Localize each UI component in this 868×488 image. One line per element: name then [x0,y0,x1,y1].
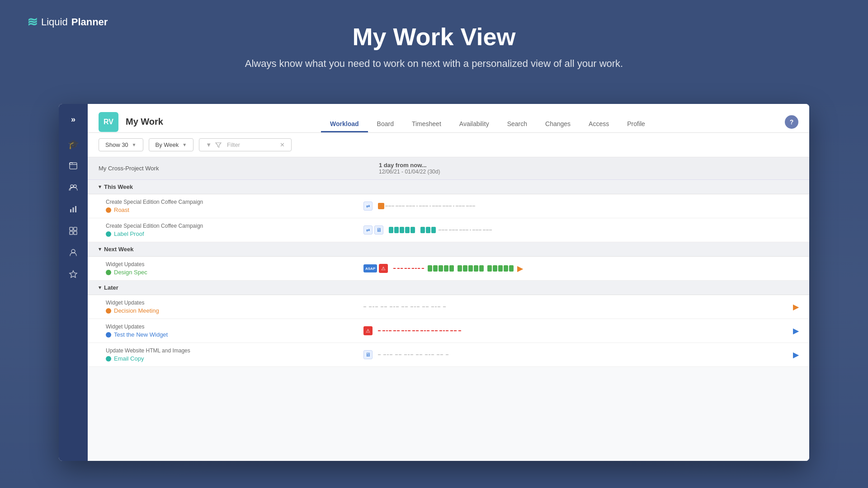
this-week-chevron-icon: ▾ [99,184,101,190]
filter-placeholder: Filter [227,141,240,148]
design-spec-gantt-area: ASAP ⚠ [359,264,798,273]
svg-point-2 [74,185,76,188]
svg-rect-6 [70,227,73,230]
sidebar-item-projects[interactable] [64,157,82,175]
nav-tabs: Workload Board Timesheet Availability Se… [321,117,654,132]
filter-icon: ▼ [206,141,212,148]
tab-board[interactable]: Board [368,117,403,132]
show-dropdown[interactable]: Show 30 ▼ [99,138,143,151]
sidebar-item-people[interactable] [64,178,82,197]
app-container: » 🎓 RV My Work Workload [59,104,809,461]
sidebar-item-reports[interactable] [64,200,82,218]
work-item-label-proof: Create Special Edition Coffee Campaign L… [88,218,809,242]
svg-rect-7 [74,227,77,230]
show-dropdown-arrow-icon: ▼ [132,142,137,147]
email-copy-gantt-icons: 🖥 [363,350,373,359]
svg-rect-9 [74,231,77,235]
next-week-label: Next Week [104,246,134,253]
decision-meeting-arrow-icon: ▶ [793,303,798,311]
email-copy-screen-icon[interactable]: 🖥 [363,350,373,359]
sidebar-item-dashboard[interactable] [64,222,82,240]
label-proof-gantt-area: ⇄ 🖥 [359,225,798,235]
work-item-email-copy-info: Update Website HTML and Images Email Cop… [106,347,359,362]
test-widget-arrow-icon: ▶ [793,327,798,335]
tab-access[interactable]: Access [580,117,618,132]
tab-timesheet[interactable]: Timesheet [403,117,450,132]
work-item-email-copy-project: Update Website HTML and Images [106,347,359,354]
next-week-chevron-icon: ▾ [99,246,101,252]
filter-input-container: ▼ Filter ✕ [199,138,292,151]
roast-gantt-icons: ⇄ [363,202,373,211]
dash6 [443,206,452,206]
work-item-decision-meeting-task[interactable]: Decision Meeting [106,307,359,314]
label-proof-swap-icon[interactable]: ⇄ [363,225,373,235]
sidebar-item-learn[interactable]: 🎓 [64,135,82,153]
work-item-label-proof-info: Create Special Edition Coffee Campaign L… [106,223,359,237]
work-item-decision-meeting-info: Widget Updates Decision Meeting [106,300,359,314]
dash1 [385,206,394,206]
label-proof-status-dot [106,231,111,237]
svg-point-1 [71,185,73,188]
sidebar-item-favorites[interactable] [64,265,82,283]
work-item-decision-meeting: Widget Updates Decision Meeting [88,295,809,319]
tab-availability[interactable]: Availability [450,117,498,132]
workload-area: My Cross-Project Work 1 day from now... … [88,157,809,461]
work-item-roast: Create Special Edition Coffee Campaign R… [88,194,809,218]
period-dropdown-arrow-icon: ▼ [182,142,187,147]
later-label: Later [104,284,118,291]
later-chevron-icon: ▾ [99,285,101,291]
test-widget-status-dot [106,332,111,338]
decision-meeting-status-dot [106,308,111,314]
date-range-label: 1 day from now... [379,162,798,169]
email-copy-gantt-area: 🖥 [359,350,798,359]
avatar: RV [99,112,118,132]
logo: ≋ LiquidPlanner [27,14,108,29]
design-spec-arrow-icon: ▶ [517,264,523,273]
decision-meeting-gantt-area: ▶ [359,303,798,311]
work-item-label-proof-project: Create Special Edition Coffee Campaign [106,223,359,229]
funnel-icon [215,142,222,148]
dash5 [432,206,441,206]
section-later[interactable]: ▾ Later [88,281,809,295]
this-week-label: This Week [104,183,133,190]
work-item-email-copy-task[interactable]: Email Copy [106,355,359,362]
top-bar: RV My Work Workload Board Timesheet Avai… [88,104,809,133]
filter-clear-icon[interactable]: ✕ [280,141,285,148]
section-next-week[interactable]: ▾ Next Week [88,242,809,257]
work-item-roast-task[interactable]: Roast [106,206,359,213]
section-this-week[interactable]: ▾ This Week [88,180,809,194]
roast-swap-icon[interactable]: ⇄ [363,202,373,211]
tab-search[interactable]: Search [498,117,536,132]
tab-changes[interactable]: Changes [536,117,580,132]
sidebar-collapse-button[interactable]: » [67,111,79,128]
logo-liquid: Liquid [41,16,68,28]
work-item-test-widget-task[interactable]: Test the New Widget [106,331,359,338]
period-dropdown[interactable]: By Week ▼ [149,138,194,151]
tab-workload[interactable]: Workload [321,117,368,132]
work-item-decision-meeting-project: Widget Updates [106,300,359,306]
design-spec-warning-icon: ⚠ [379,264,388,273]
test-widget-warning-icon: ⚠ [363,326,373,335]
work-item-design-spec-project: Widget Updates [106,261,359,267]
page-subtitle: Always know what you need to work on nex… [0,58,868,70]
design-spec-gantt-icons: ASAP ⚠ [363,264,388,273]
work-item-design-spec-task[interactable]: Design Spec [106,269,359,276]
tab-profile[interactable]: Profile [618,117,654,132]
label-proof-screen-icon[interactable]: 🖥 [374,225,383,235]
work-item-email-copy: Update Website HTML and Images Email Cop… [88,343,809,367]
dash3 [406,206,415,206]
svg-rect-4 [73,207,74,212]
sidebar-item-profile[interactable] [64,244,82,262]
work-item-test-widget: Widget Updates Test the New Widget ⚠ [88,319,809,343]
header-section-label: My Cross-Project Work [99,165,370,172]
logo-planner: Planner [71,16,108,28]
work-item-design-spec: Widget Updates Design Spec ASAP ⚠ [88,257,809,281]
test-widget-gantt-icons: ⚠ [363,326,373,335]
page-header: My Work View Always know what you need t… [0,0,868,83]
roast-status-dot [106,207,111,213]
bar-orange [378,203,384,209]
work-item-test-widget-info: Widget Updates Test the New Widget [106,324,359,338]
work-item-label-proof-task[interactable]: Label Proof [106,230,359,237]
logo-waves-icon: ≋ [27,14,38,29]
help-button[interactable]: ? [785,115,798,129]
